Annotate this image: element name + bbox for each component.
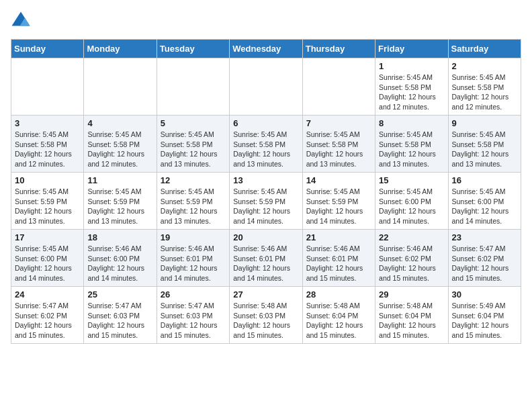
day-number: 28 <box>306 289 371 300</box>
header-tuesday: Tuesday <box>157 40 229 58</box>
day-info: Sunrise: 5:45 AM Sunset: 5:58 PM Dayligh… <box>233 130 298 169</box>
calendar-cell <box>302 58 375 116</box>
day-number: 23 <box>452 232 517 242</box>
day-number: 11 <box>87 175 152 185</box>
calendar-week-3: 10Sunrise: 5:45 AM Sunset: 5:59 PM Dayli… <box>11 173 521 230</box>
day-number: 13 <box>233 175 298 185</box>
day-info: Sunrise: 5:47 AM Sunset: 6:03 PM Dayligh… <box>161 301 226 340</box>
calendar-cell <box>84 58 157 116</box>
calendar-cell: 5Sunrise: 5:45 AM Sunset: 5:58 PM Daylig… <box>157 116 229 173</box>
day-number: 8 <box>379 118 444 128</box>
day-info: Sunrise: 5:47 AM Sunset: 6:03 PM Dayligh… <box>87 301 152 340</box>
day-info: Sunrise: 5:45 AM Sunset: 6:00 PM Dayligh… <box>379 187 444 226</box>
calendar-week-4: 17Sunrise: 5:45 AM Sunset: 6:00 PM Dayli… <box>11 230 521 287</box>
calendar-cell <box>11 58 84 116</box>
day-info: Sunrise: 5:45 AM Sunset: 6:00 PM Dayligh… <box>452 187 517 226</box>
header-thursday: Thursday <box>302 40 375 58</box>
calendar-cell: 19Sunrise: 5:46 AM Sunset: 6:01 PM Dayli… <box>157 230 229 287</box>
day-info: Sunrise: 5:45 AM Sunset: 5:58 PM Dayligh… <box>161 130 226 169</box>
page-header <box>11 11 521 31</box>
day-number: 6 <box>233 118 298 128</box>
calendar-cell: 16Sunrise: 5:45 AM Sunset: 6:00 PM Dayli… <box>448 173 521 230</box>
day-number: 22 <box>379 232 444 242</box>
day-info: Sunrise: 5:48 AM Sunset: 6:03 PM Dayligh… <box>233 301 298 340</box>
day-number: 10 <box>15 175 80 185</box>
day-number: 21 <box>306 232 371 242</box>
header-saturday: Saturday <box>448 40 521 58</box>
day-info: Sunrise: 5:45 AM Sunset: 5:59 PM Dayligh… <box>233 187 298 226</box>
calendar-cell: 23Sunrise: 5:47 AM Sunset: 6:02 PM Dayli… <box>448 230 521 287</box>
calendar-cell: 6Sunrise: 5:45 AM Sunset: 5:58 PM Daylig… <box>230 116 302 173</box>
calendar-cell: 9Sunrise: 5:45 AM Sunset: 5:58 PM Daylig… <box>448 116 521 173</box>
calendar-cell: 11Sunrise: 5:45 AM Sunset: 5:59 PM Dayli… <box>84 173 157 230</box>
calendar-cell: 2Sunrise: 5:45 AM Sunset: 5:58 PM Daylig… <box>448 58 521 116</box>
calendar-cell: 10Sunrise: 5:45 AM Sunset: 5:59 PM Dayli… <box>11 173 84 230</box>
calendar-cell: 17Sunrise: 5:45 AM Sunset: 6:00 PM Dayli… <box>11 230 84 287</box>
calendar-cell: 13Sunrise: 5:45 AM Sunset: 5:59 PM Dayli… <box>230 173 302 230</box>
day-number: 5 <box>161 118 226 128</box>
day-info: Sunrise: 5:45 AM Sunset: 5:59 PM Dayligh… <box>15 187 80 226</box>
day-info: Sunrise: 5:46 AM Sunset: 6:01 PM Dayligh… <box>233 244 298 283</box>
calendar-cell: 29Sunrise: 5:48 AM Sunset: 6:04 PM Dayli… <box>375 287 448 344</box>
day-info: Sunrise: 5:45 AM Sunset: 5:58 PM Dayligh… <box>379 73 444 112</box>
day-info: Sunrise: 5:45 AM Sunset: 5:58 PM Dayligh… <box>87 130 152 169</box>
logo-icon <box>11 11 31 31</box>
calendar-cell: 14Sunrise: 5:45 AM Sunset: 5:59 PM Dayli… <box>302 173 375 230</box>
day-info: Sunrise: 5:45 AM Sunset: 5:59 PM Dayligh… <box>87 187 152 226</box>
calendar-cell: 4Sunrise: 5:45 AM Sunset: 5:58 PM Daylig… <box>84 116 157 173</box>
calendar-cell: 25Sunrise: 5:47 AM Sunset: 6:03 PM Dayli… <box>84 287 157 344</box>
calendar-cell: 28Sunrise: 5:48 AM Sunset: 6:04 PM Dayli… <box>302 287 375 344</box>
day-number: 16 <box>452 175 517 185</box>
day-number: 25 <box>87 289 152 300</box>
day-info: Sunrise: 5:46 AM Sunset: 6:01 PM Dayligh… <box>306 244 371 283</box>
day-info: Sunrise: 5:45 AM Sunset: 5:58 PM Dayligh… <box>379 130 444 169</box>
day-info: Sunrise: 5:46 AM Sunset: 6:01 PM Dayligh… <box>161 244 226 283</box>
calendar-cell: 20Sunrise: 5:46 AM Sunset: 6:01 PM Dayli… <box>230 230 302 287</box>
calendar-cell <box>157 58 229 116</box>
day-number: 2 <box>452 61 517 71</box>
day-number: 14 <box>306 175 371 185</box>
day-number: 3 <box>15 118 80 128</box>
day-info: Sunrise: 5:47 AM Sunset: 6:02 PM Dayligh… <box>452 244 517 283</box>
logo <box>11 11 34 31</box>
header-sunday: Sunday <box>11 40 84 58</box>
calendar-cell: 15Sunrise: 5:45 AM Sunset: 6:00 PM Dayli… <box>375 173 448 230</box>
day-info: Sunrise: 5:45 AM Sunset: 6:00 PM Dayligh… <box>15 244 80 283</box>
day-info: Sunrise: 5:45 AM Sunset: 5:58 PM Dayligh… <box>452 73 517 112</box>
day-number: 20 <box>233 232 298 242</box>
calendar-week-1: 1Sunrise: 5:45 AM Sunset: 5:58 PM Daylig… <box>11 58 521 116</box>
calendar-cell <box>230 58 302 116</box>
calendar-week-5: 24Sunrise: 5:47 AM Sunset: 6:02 PM Dayli… <box>11 287 521 344</box>
day-info: Sunrise: 5:45 AM Sunset: 5:59 PM Dayligh… <box>161 187 226 226</box>
calendar-cell: 8Sunrise: 5:45 AM Sunset: 5:58 PM Daylig… <box>375 116 448 173</box>
header-monday: Monday <box>84 40 157 58</box>
day-number: 4 <box>87 118 152 128</box>
day-info: Sunrise: 5:45 AM Sunset: 5:58 PM Dayligh… <box>452 130 517 169</box>
calendar-cell: 3Sunrise: 5:45 AM Sunset: 5:58 PM Daylig… <box>11 116 84 173</box>
day-number: 24 <box>15 289 80 300</box>
day-number: 26 <box>161 289 226 300</box>
header-friday: Friday <box>375 40 448 58</box>
calendar-table: SundayMondayTuesdayWednesdayThursdayFrid… <box>11 39 521 344</box>
day-info: Sunrise: 5:45 AM Sunset: 5:59 PM Dayligh… <box>306 187 371 226</box>
day-info: Sunrise: 5:45 AM Sunset: 5:58 PM Dayligh… <box>15 130 80 169</box>
day-info: Sunrise: 5:48 AM Sunset: 6:04 PM Dayligh… <box>379 301 444 340</box>
day-number: 17 <box>15 232 80 242</box>
day-number: 30 <box>452 289 517 300</box>
day-info: Sunrise: 5:47 AM Sunset: 6:02 PM Dayligh… <box>15 301 80 340</box>
day-info: Sunrise: 5:48 AM Sunset: 6:04 PM Dayligh… <box>306 301 371 340</box>
calendar-week-2: 3Sunrise: 5:45 AM Sunset: 5:58 PM Daylig… <box>11 116 521 173</box>
day-info: Sunrise: 5:45 AM Sunset: 5:58 PM Dayligh… <box>306 130 371 169</box>
day-number: 29 <box>379 289 444 300</box>
calendar-cell: 12Sunrise: 5:45 AM Sunset: 5:59 PM Dayli… <box>157 173 229 230</box>
day-number: 19 <box>161 232 226 242</box>
day-number: 9 <box>452 118 517 128</box>
header-wednesday: Wednesday <box>230 40 302 58</box>
calendar-cell: 18Sunrise: 5:46 AM Sunset: 6:00 PM Dayli… <box>84 230 157 287</box>
day-info: Sunrise: 5:46 AM Sunset: 6:02 PM Dayligh… <box>379 244 444 283</box>
calendar-cell: 21Sunrise: 5:46 AM Sunset: 6:01 PM Dayli… <box>302 230 375 287</box>
calendar-cell: 1Sunrise: 5:45 AM Sunset: 5:58 PM Daylig… <box>375 58 448 116</box>
calendar-cell: 30Sunrise: 5:49 AM Sunset: 6:04 PM Dayli… <box>448 287 521 344</box>
day-info: Sunrise: 5:46 AM Sunset: 6:00 PM Dayligh… <box>87 244 152 283</box>
day-number: 7 <box>306 118 371 128</box>
